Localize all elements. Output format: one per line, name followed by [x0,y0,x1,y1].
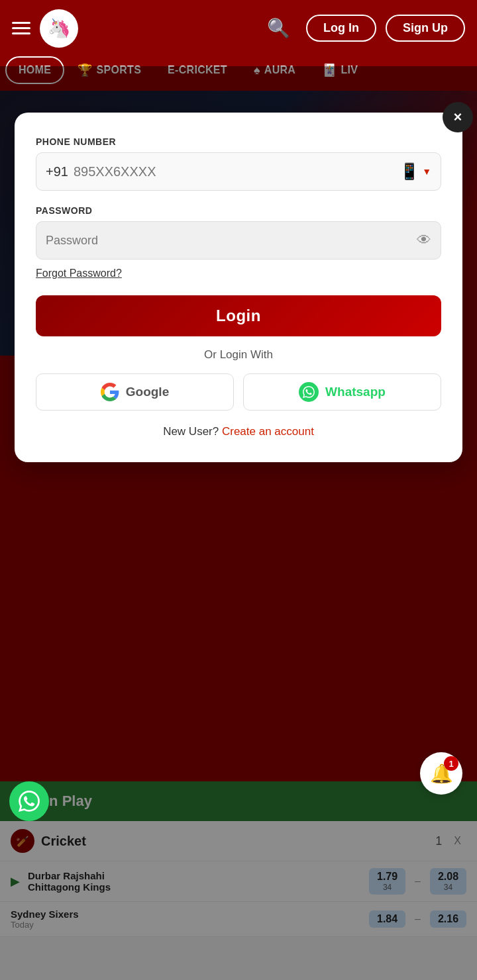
notification-bell[interactable]: 🔔 1 [420,752,462,795]
phone-input[interactable] [74,164,399,179]
google-icon [101,383,119,401]
or-login-text: Or Login With [36,348,441,362]
search-icon[interactable]: 🔍 [267,17,290,39]
login-button[interactable]: Log In [306,15,376,42]
password-input-wrapper: 👁 [36,221,441,260]
notification-badge: 1 [444,756,458,771]
signup-button[interactable]: Sign Up [386,15,465,42]
login-main-button[interactable]: Login [36,295,441,336]
password-field-label: PASSWORD [36,205,441,216]
phone-field-label: PHONE NUMBER [36,136,441,147]
phone-prefix: +91 [46,164,68,179]
whatsapp-float-button[interactable] [9,781,49,821]
phone-icon: 📱 [399,162,419,181]
chevron-down-icon: ▼ [422,166,431,177]
whatsapp-login-button[interactable]: Whatsapp [243,373,441,411]
whatsapp-float-icon [19,791,40,812]
create-account-link[interactable]: Create an account [222,425,314,438]
unicorn-icon: 🦄 [48,17,71,39]
new-user-text: New User? [163,425,219,438]
social-buttons: Google Whatsapp [36,373,441,411]
modal-close-button[interactable]: × [443,102,473,132]
phone-dropdown[interactable]: 📱 ▼ [399,162,431,181]
google-label: Google [126,385,169,399]
google-login-button[interactable]: Google [36,373,234,411]
new-user-section: New User? Create an account [36,425,441,438]
logo: 🦄 [40,9,78,48]
password-input[interactable] [46,234,417,248]
header: 🦄 🔍 Log In Sign Up [0,0,477,56]
whatsapp-icon [299,382,319,402]
forgot-password-link[interactable]: Forgot Password? [36,268,122,279]
login-modal: × PHONE NUMBER +91 📱 ▼ PASSWORD 👁 Forgot… [15,113,462,462]
hamburger-menu[interactable] [12,22,30,34]
phone-input-wrapper: +91 📱 ▼ [36,152,441,191]
whatsapp-label: Whatsapp [325,385,386,399]
eye-icon[interactable]: 👁 [417,232,431,249]
